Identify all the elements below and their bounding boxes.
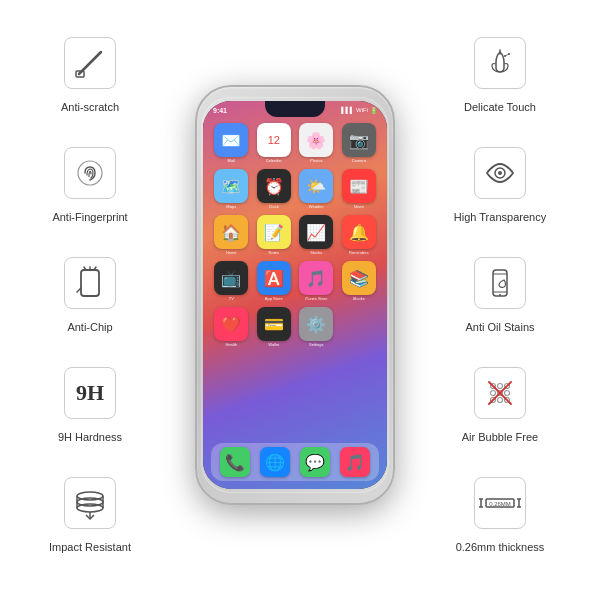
delicate-touch-icon-box [474,37,526,89]
svg-rect-3 [81,270,99,296]
anti-fingerprint-icon-box [64,147,116,199]
svg-point-30 [498,398,503,403]
app-health: ❤️ Health [213,307,250,347]
app-stocks: 📈 Stocks [298,215,335,255]
app-stocks-icon: 📈 [299,215,333,249]
app-clock: ⏰ Clock [256,169,293,209]
impact-resistant-icon [71,486,109,520]
app-health-icon: ❤️ [214,307,248,341]
air-bubble-free-icon-box [474,367,526,419]
app-photos-icon: 🌸 [299,123,333,157]
dock: 📞 🌐 💬 🎵 [211,443,379,481]
anti-scratch-icon-box [64,37,116,89]
app-reminders-label: Reminders [349,250,368,255]
svg-text:0.26MM: 0.26MM [489,501,511,507]
app-camera-icon: 📷 [342,123,376,157]
app-reminders-icon: 🔔 [342,215,376,249]
app-home-icon: 🏠 [214,215,248,249]
app-appstore: 🅰️ App Store [256,261,293,301]
anti-chip-label: Anti-Chip [67,321,112,333]
anti-fingerprint-icon [73,156,107,190]
high-transparency-icon [483,156,517,190]
app-notes: 📝 Notes [256,215,293,255]
9h-hardness-icon-box: 9H [64,367,116,419]
feature-impact-resistant: Impact Resistant [10,477,170,553]
app-stocks-label: Stocks [310,250,322,255]
feature-anti-oil-stains: Anti Oil Stains [420,257,580,333]
high-transparency-label: High Transparency [454,211,546,223]
app-photos-label: Photos [310,158,322,163]
app-tv: 📺 TV [213,261,250,301]
feature-anti-chip: Anti-Chip [10,257,170,333]
app-weather: 🌤️ Weather [298,169,335,209]
dock-safari-icon: 🌐 [260,447,290,477]
app-home: 🏠 Home [213,215,250,255]
feature-air-bubble-free: Air Bubble Free [420,367,580,443]
app-ibooks: 📚 iBooks [341,261,378,301]
signal-icon: ▌▌▌ [341,107,354,113]
wifi-icon: WiFi [356,107,368,113]
dock-messages: 💬 [300,447,330,477]
feature-9h-hardness: 9H 9H Hardness [10,367,170,443]
9h-hardness-label: 9H Hardness [58,431,122,443]
svg-point-28 [505,391,510,396]
anti-scratch-label: Anti-scratch [61,101,119,113]
main-container: Anti-scratch Anti-Fingerprint [0,0,590,590]
app-itunes-label: iTunes Store [305,296,328,301]
svg-point-13 [77,504,103,512]
notch [265,101,325,117]
svg-point-24 [498,384,503,389]
app-grid: ✉️ Mail 12 Calendar 🌸 Photos 📷 Camera [211,121,379,349]
phone-screen: 9:41 ▌▌▌ WiFi 🔋 ✉️ Mail 12 Calen [203,101,387,489]
thickness-label: 0.26mm thickness [456,541,545,553]
app-calendar: 12 Calendar [256,123,293,163]
svg-point-26 [491,391,496,396]
battery-icon: 🔋 [370,107,377,114]
thickness-icon: 0.26MM [478,483,522,523]
app-appstore-icon: 🅰️ [257,261,291,295]
features-right: Delicate Touch High Transparency [420,0,580,590]
app-notes-label: Notes [269,250,279,255]
anti-chip-icon [73,266,107,300]
app-mail-label: Mail [228,158,235,163]
delicate-touch-label: Delicate Touch [464,101,536,113]
dock-phone: 📞 [220,447,250,477]
app-news-label: News [354,204,364,209]
9h-text: 9H [76,380,104,406]
feature-anti-fingerprint: Anti-Fingerprint [10,147,170,223]
app-wallet: 💳 Wallet [256,307,293,347]
app-camera: 📷 Camera [341,123,378,163]
app-mail-icon: ✉️ [214,123,248,157]
app-maps-icon: 🗺️ [214,169,248,203]
air-bubble-free-label: Air Bubble Free [462,431,538,443]
phone-outer: 9:41 ▌▌▌ WiFi 🔋 ✉️ Mail 12 Calen [195,85,395,505]
app-ibooks-label: iBooks [353,296,365,301]
app-wallet-label: Wallet [268,342,279,347]
thickness-icon-box: 0.26MM [474,477,526,529]
svg-point-2 [78,161,102,185]
svg-point-18 [498,171,502,175]
app-camera-label: Camera [352,158,366,163]
app-clock-label: Clock [269,204,279,209]
feature-high-transparency: High Transparency [420,147,580,223]
feature-delicate-touch: Delicate Touch [420,37,580,113]
anti-chip-icon-box [64,257,116,309]
app-settings-label: Settings [309,342,323,347]
dock-music: 🎵 [340,447,370,477]
impact-resistant-icon-box [64,477,116,529]
app-home-label: Home [226,250,237,255]
app-calendar-label: Calendar [266,158,282,163]
status-icons: ▌▌▌ WiFi 🔋 [341,107,377,114]
anti-scratch-icon [73,46,107,80]
app-weather-icon: 🌤️ [299,169,333,203]
app-reminders: 🔔 Reminders [341,215,378,255]
impact-resistant-label: Impact Resistant [49,541,131,553]
phone: 9:41 ▌▌▌ WiFi 🔋 ✉️ Mail 12 Calen [195,85,395,505]
features-left: Anti-scratch Anti-Fingerprint [10,0,170,590]
anti-oil-stains-icon [483,266,517,300]
dock-phone-icon: 📞 [220,447,250,477]
app-news-icon: 📰 [342,169,376,203]
app-calendar-icon: 12 [257,123,291,157]
app-wallet-icon: 💳 [257,307,291,341]
feature-anti-scratch: Anti-scratch [10,37,170,113]
